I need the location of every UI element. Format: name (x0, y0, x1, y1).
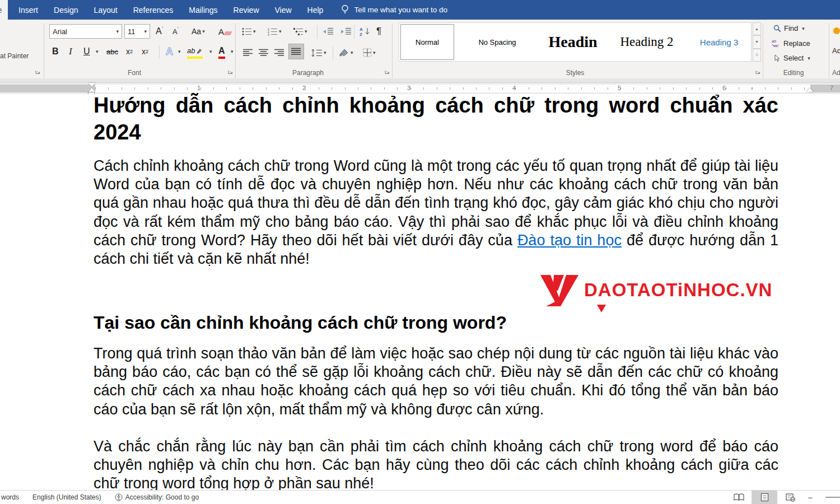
font-group-label: Font (106, 69, 162, 77)
multilevel-list-button[interactable]: ▾ (293, 24, 307, 39)
change-case-button[interactable]: Aa▾ (192, 24, 205, 39)
svg-text:3: 3 (268, 32, 269, 36)
ruler-number: 1 (195, 85, 203, 91)
addins-button[interactable]: Add (832, 46, 840, 55)
text-effects-dropdown[interactable]: ▾ (177, 44, 181, 59)
hanging-indent-marker[interactable] (88, 88, 95, 92)
font-size-combobox[interactable]: 11▾ (124, 24, 150, 39)
select-button[interactable]: Select▾ (773, 54, 810, 62)
highlight-color-button[interactable]: ab (187, 44, 203, 59)
document-page[interactable]: Hướng dẫn cách chỉnh khoảng cách chữ tro… (0, 94, 840, 491)
chevron-down-icon: ▾ (116, 29, 119, 34)
accessibility-icon (115, 493, 123, 501)
doc-paragraph-2: Trong quá trình soạn thảo văn bản để làm… (94, 344, 778, 419)
find-button[interactable]: Find▾ (773, 24, 805, 32)
ribbon: at Painter Arial▾ 11▾ Aˆ Aˇ Aa▾ A B I U … (0, 20, 840, 78)
shading-button[interactable]: ▾ (338, 45, 353, 60)
bold-button[interactable]: B (52, 44, 59, 59)
strikethrough-button[interactable]: abc (106, 44, 118, 59)
borders-button[interactable]: ▾ (363, 45, 376, 60)
tell-me-box[interactable]: Tell me what you want to do (341, 4, 447, 15)
tab-help[interactable]: Help (307, 6, 324, 15)
italic-button[interactable]: I (69, 44, 72, 59)
styles-gallery: Normal No Spacing Headin Heading 2 Headi… (399, 22, 752, 62)
logo-v-mark (539, 274, 580, 306)
line-spacing-button[interactable]: ▾ (311, 45, 326, 60)
align-right-button[interactable] (274, 45, 284, 60)
first-line-indent-marker[interactable] (88, 83, 95, 87)
svg-text:ac: ac (774, 44, 779, 48)
align-center-button[interactable] (259, 45, 269, 60)
styles-dialog-launcher-icon[interactable] (755, 69, 761, 75)
tab-design[interactable]: Design (54, 6, 78, 15)
doc-heading-2: Tại sao cần chỉnh khoảng cách chữ trong … (94, 312, 778, 333)
doc-heading-1: Hướng dẫn cách chỉnh khoảng cách chữ tro… (94, 92, 778, 146)
font-color-dropdown[interactable]: ▾ (230, 44, 234, 59)
gallery-scroll-down-button[interactable]: ▼ (753, 35, 761, 48)
font-color-button[interactable]: A (218, 44, 225, 59)
word-count[interactable]: 4 words (0, 493, 19, 501)
style-heading2[interactable]: Heading 2 (613, 23, 680, 61)
addins-icon (833, 27, 840, 34)
styles-group-label: Styles (547, 69, 603, 77)
web-layout-button[interactable] (777, 491, 803, 504)
doc-paragraph-1: Cách chỉnh khoảng cách chữ trong Word cũ… (94, 157, 778, 268)
language-status[interactable]: English (United States) (32, 493, 101, 501)
underline-button[interactable]: U (83, 44, 90, 59)
format-painter-button[interactable]: at Painter (0, 52, 29, 60)
dao-tao-tin-hoc-link[interactable]: Đào tạo tin học (517, 232, 622, 249)
shrink-font-button[interactable]: Aˇ (172, 24, 179, 39)
styles-gallery-scroll: ▲ ▼ ⍗ (753, 22, 761, 62)
tab-view[interactable]: View (275, 6, 292, 15)
addins-group-label: Add (832, 69, 840, 77)
tab-review[interactable]: Review (234, 6, 259, 15)
ribbon-tab-bar: Home Insert Design Layout References Mai… (0, 0, 840, 20)
logo-text: DAOTAOTiNHOC.VN (584, 279, 772, 301)
doc-paragraph-3: Và chắc chắn rằng lúc này bạn cần phải t… (94, 437, 778, 493)
increase-indent-button[interactable] (340, 24, 352, 39)
gallery-expand-button[interactable]: ⍗ (753, 49, 761, 62)
chevron-down-icon: ▾ (144, 29, 147, 34)
text-effects-button[interactable]: A (166, 44, 173, 59)
tab-mailings[interactable]: Mailings (189, 6, 217, 15)
gallery-scroll-up-button[interactable]: ▲ (753, 22, 761, 35)
numbering-button[interactable]: 123▾ (268, 24, 282, 39)
replace-icon: abac (772, 39, 781, 48)
font-dialog-launcher-icon[interactable] (227, 69, 234, 75)
zoom-slider[interactable] (825, 497, 840, 498)
justify-button[interactable] (288, 44, 304, 59)
zoom-out-button[interactable]: − (803, 491, 818, 504)
clear-formatting-button[interactable]: A (218, 24, 231, 39)
tab-insert[interactable]: Insert (18, 6, 38, 15)
sort-button[interactable]: AZ (360, 24, 372, 39)
underline-dropdown[interactable]: ▾ (95, 44, 99, 59)
right-indent-marker[interactable] (806, 88, 813, 92)
tab-layout[interactable]: Layout (94, 6, 118, 15)
bullets-button[interactable]: ▾ (242, 24, 256, 39)
replace-button[interactable]: abac Replace (772, 39, 810, 48)
superscript-button[interactable]: x2 (142, 44, 148, 59)
paragraph-dialog-launcher-icon[interactable] (384, 69, 390, 75)
accessibility-status[interactable]: Accessibility: Good to go (115, 493, 199, 501)
tab-references[interactable]: References (133, 6, 174, 15)
clipboard-dialog-launcher-icon[interactable] (35, 69, 41, 75)
style-no-spacing[interactable]: No Spacing (461, 23, 534, 61)
tab-home[interactable]: Home (0, 0, 8, 20)
style-heading1[interactable]: Headin (536, 23, 609, 61)
highlight-color-dropdown[interactable]: ▾ (208, 44, 212, 59)
style-normal[interactable]: Normal (400, 24, 454, 60)
grow-font-button[interactable]: Aˆ (156, 24, 163, 39)
ruler-number: 3 (405, 85, 413, 91)
lightbulb-icon (341, 4, 349, 15)
font-name-combobox[interactable]: Arial▾ (49, 24, 122, 39)
read-mode-button[interactable] (726, 491, 752, 504)
style-heading3[interactable]: Heading 3 (688, 23, 750, 61)
ribbon-bottom-strip (0, 78, 840, 83)
align-left-button[interactable] (243, 45, 253, 60)
decrease-indent-button[interactable] (323, 24, 334, 39)
subscript-button[interactable]: x2 (126, 44, 133, 59)
status-bar: 4 words English (United States) Accessib… (0, 490, 840, 504)
word-application-window: Home Insert Design Layout References Mai… (0, 0, 840, 504)
print-layout-button[interactable] (752, 491, 777, 504)
show-hide-pilcrow-button[interactable]: ¶ (376, 24, 381, 39)
